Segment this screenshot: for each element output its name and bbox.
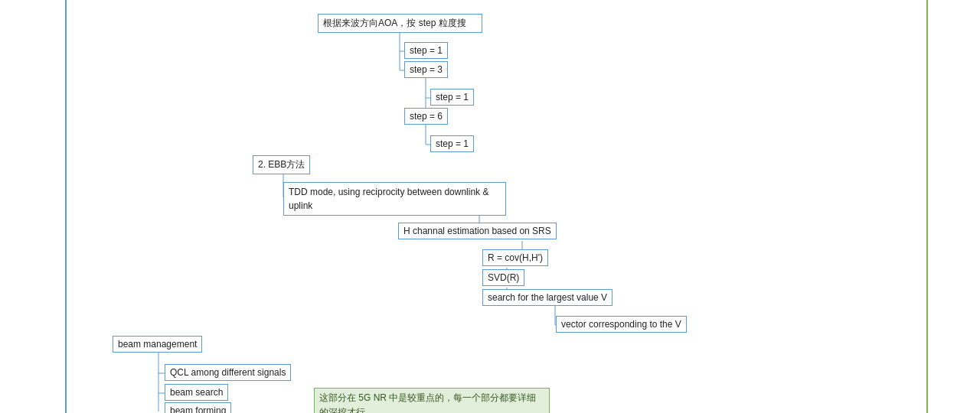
step1c-node: step = 1 xyxy=(430,135,474,152)
vector-v-node: vector corresponding to the V xyxy=(556,316,687,333)
left-border-line xyxy=(65,0,67,413)
beam-forming-node: beam forming xyxy=(165,402,231,413)
canvas: 根据来波方向AOA，按 step 粒度搜 step = 1 step = 3 s… xyxy=(0,0,980,413)
step6-node: step = 6 xyxy=(404,108,448,125)
ebb-node: 2. EBB方法 xyxy=(253,155,310,174)
search-v-node: search for the largest value V xyxy=(482,289,612,306)
right-border-line xyxy=(926,0,928,413)
aoa-step-node: 根据来波方向AOA，按 step 粒度搜 xyxy=(318,14,482,33)
beam-search-node: beam search xyxy=(165,384,228,401)
qcl-node: QCL among different signals xyxy=(165,364,291,381)
r-cov-node: R = cov(H,H') xyxy=(482,249,548,266)
step1b-node: step = 1 xyxy=(430,89,474,106)
tdd-node: TDD mode, using reciprocity between down… xyxy=(283,182,506,216)
step3-node: step = 3 xyxy=(404,61,448,78)
green-note-node: 这部分在 5G NR 中是较重点的，每一个部分都要详细的深挖才行 xyxy=(314,388,550,413)
h-channel-node: H channal estimation based on SRS xyxy=(398,223,557,239)
svd-node: SVD(R) xyxy=(482,269,524,286)
step1a-node: step = 1 xyxy=(404,42,448,59)
beam-management-node: beam management xyxy=(113,336,202,353)
